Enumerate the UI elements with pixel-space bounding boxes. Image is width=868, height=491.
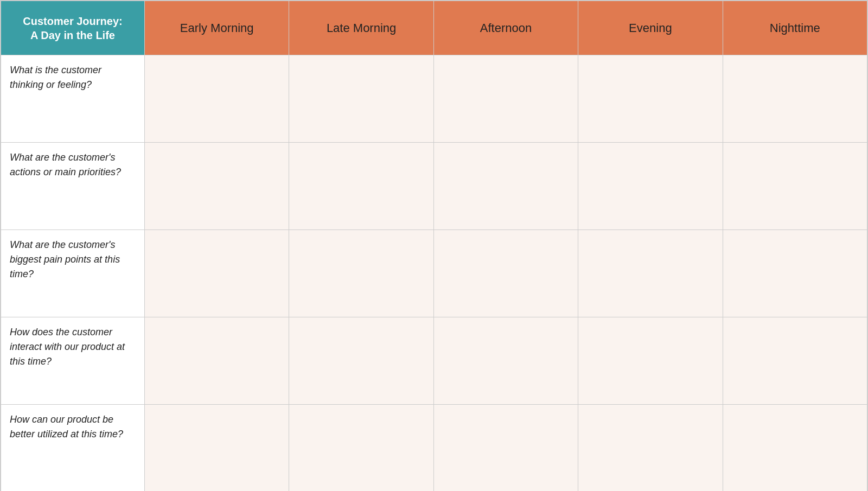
- col-header-late-morning: Late Morning: [289, 1, 433, 55]
- cell-1-2[interactable]: [433, 143, 578, 230]
- cell-2-0[interactable]: [145, 230, 289, 317]
- col-header-evening: Evening: [578, 1, 723, 55]
- cell-3-1[interactable]: [289, 317, 433, 405]
- col-header-early-morning: Early Morning: [145, 1, 289, 55]
- cell-0-0[interactable]: [145, 55, 289, 143]
- row-label-0: What is the customer thinking or feeling…: [1, 55, 145, 143]
- customer-journey-table: Customer Journey:A Day in the Life Early…: [1, 1, 867, 491]
- table-title: Customer Journey:A Day in the Life: [1, 1, 145, 55]
- cell-3-0[interactable]: [145, 317, 289, 405]
- row-label-2: What are the customer's biggest pain poi…: [1, 230, 145, 317]
- cell-3-3[interactable]: [578, 317, 723, 405]
- table-row: How can our product be better utilized a…: [1, 405, 867, 492]
- cell-1-4[interactable]: [723, 143, 867, 230]
- cell-1-1[interactable]: [289, 143, 433, 230]
- row-label-1: What are the customer's actions or main …: [1, 143, 145, 230]
- cell-4-3[interactable]: [578, 405, 723, 492]
- cell-0-3[interactable]: [578, 55, 723, 143]
- cell-2-3[interactable]: [578, 230, 723, 317]
- table-row: What is the customer thinking or feeling…: [1, 55, 867, 143]
- cell-2-2[interactable]: [433, 230, 578, 317]
- col-header-afternoon: Afternoon: [433, 1, 578, 55]
- cell-3-4[interactable]: [723, 317, 867, 405]
- cell-4-0[interactable]: [145, 405, 289, 492]
- cell-4-2[interactable]: [433, 405, 578, 492]
- cell-0-1[interactable]: [289, 55, 433, 143]
- cell-0-4[interactable]: [723, 55, 867, 143]
- table-row: What are the customer's actions or main …: [1, 143, 867, 230]
- cell-2-1[interactable]: [289, 230, 433, 317]
- cell-4-1[interactable]: [289, 405, 433, 492]
- table-row: What are the customer's biggest pain poi…: [1, 230, 867, 317]
- cell-1-0[interactable]: [145, 143, 289, 230]
- journey-table-wrapper: Customer Journey:A Day in the Life Early…: [0, 0, 868, 491]
- table-row: How does the customer interact with our …: [1, 317, 867, 405]
- cell-0-2[interactable]: [433, 55, 578, 143]
- cell-4-4[interactable]: [723, 405, 867, 492]
- cell-3-2[interactable]: [433, 317, 578, 405]
- cell-2-4[interactable]: [723, 230, 867, 317]
- header-row: Customer Journey:A Day in the Life Early…: [1, 1, 867, 55]
- row-label-3: How does the customer interact with our …: [1, 317, 145, 405]
- cell-1-3[interactable]: [578, 143, 723, 230]
- col-header-nighttime: Nighttime: [723, 1, 867, 55]
- row-label-4: How can our product be better utilized a…: [1, 405, 145, 492]
